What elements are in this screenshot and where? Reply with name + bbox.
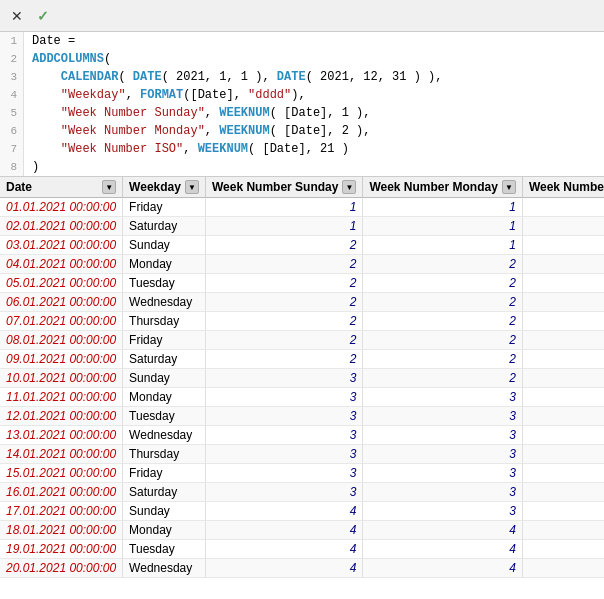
table-cell-11-1: Tuesday — [123, 407, 206, 426]
table-cell-1-2: 1 — [205, 217, 362, 236]
table-row: 09.01.2021 00:00:00Saturday221 — [0, 350, 604, 369]
table-cell-19-3: 4 — [363, 559, 522, 578]
table-cell-16-0: 17.01.2021 00:00:00 — [0, 502, 123, 521]
table-cell-0-4: 53 — [522, 198, 604, 217]
table-cell-13-3: 3 — [363, 445, 522, 464]
table-cell-15-0: 16.01.2021 00:00:00 — [0, 483, 123, 502]
line-number: 7 — [0, 140, 24, 158]
table-cell-1-0: 02.01.2021 00:00:00 — [0, 217, 123, 236]
filter-button-2[interactable]: ▼ — [342, 180, 356, 194]
table-cell-13-2: 3 — [205, 445, 362, 464]
table-cell-11-0: 12.01.2021 00:00:00 — [0, 407, 123, 426]
table-cell-7-1: Friday — [123, 331, 206, 350]
table-cell-9-0: 10.01.2021 00:00:00 — [0, 369, 123, 388]
filter-button-3[interactable]: ▼ — [502, 180, 516, 194]
filter-button-0[interactable]: ▼ — [102, 180, 116, 194]
code-line-6: 6 "Week Number Monday", WEEKNUM( [Date],… — [0, 122, 604, 140]
code-editor[interactable]: 1Date = 2ADDCOLUMNS(3 CALENDAR( DATE( 20… — [0, 32, 604, 177]
table-cell-13-0: 14.01.2021 00:00:00 — [0, 445, 123, 464]
table-cell-8-4: 1 — [522, 350, 604, 369]
code-line-1: 1Date = — [0, 32, 604, 50]
table-row: 19.01.2021 00:00:00Tuesday443 — [0, 540, 604, 559]
table-cell-10-2: 3 — [205, 388, 362, 407]
table-cell-8-1: Saturday — [123, 350, 206, 369]
table-row: 13.01.2021 00:00:00Wednesday332 — [0, 426, 604, 445]
table-cell-6-4: 1 — [522, 312, 604, 331]
table-row: 07.01.2021 00:00:00Thursday221 — [0, 312, 604, 331]
table-cell-4-4: 1 — [522, 274, 604, 293]
table-row: 14.01.2021 00:00:00Thursday332 — [0, 445, 604, 464]
table-cell-0-2: 1 — [205, 198, 362, 217]
table-cell-9-3: 2 — [363, 369, 522, 388]
filter-button-1[interactable]: ▼ — [185, 180, 199, 194]
table-row: 18.01.2021 00:00:00Monday443 — [0, 521, 604, 540]
table-cell-19-4: 3 — [522, 559, 604, 578]
table-cell-3-1: Monday — [123, 255, 206, 274]
table-cell-18-2: 4 — [205, 540, 362, 559]
table-cell-7-3: 2 — [363, 331, 522, 350]
table-cell-15-1: Saturday — [123, 483, 206, 502]
table-cell-1-1: Saturday — [123, 217, 206, 236]
table-cell-14-4: 2 — [522, 464, 604, 483]
table-cell-6-0: 07.01.2021 00:00:00 — [0, 312, 123, 331]
data-table-wrapper: Date▼Weekday▼Week Number Sunday▼Week Num… — [0, 177, 604, 599]
toolbar: ✕ ✓ — [0, 0, 604, 32]
table-row: 10.01.2021 00:00:00Sunday321 — [0, 369, 604, 388]
table-cell-16-4: 2 — [522, 502, 604, 521]
table-cell-5-0: 06.01.2021 00:00:00 — [0, 293, 123, 312]
table-cell-7-0: 08.01.2021 00:00:00 — [0, 331, 123, 350]
code-line-4: 4 "Weekday", FORMAT([Date], "dddd"), — [0, 86, 604, 104]
code-line-8: 8) — [0, 158, 604, 176]
table-cell-0-0: 01.01.2021 00:00:00 — [0, 198, 123, 217]
table-cell-16-2: 4 — [205, 502, 362, 521]
code-line-3: 3 CALENDAR( DATE( 2021, 1, 1 ), DATE( 20… — [0, 68, 604, 86]
table-cell-0-3: 1 — [363, 198, 522, 217]
table-row: 03.01.2021 00:00:00Sunday2153 — [0, 236, 604, 255]
table-row: 06.01.2021 00:00:00Wednesday221 — [0, 293, 604, 312]
table-cell-19-0: 20.01.2021 00:00:00 — [0, 559, 123, 578]
cancel-icon[interactable]: ✕ — [8, 7, 26, 25]
table-row: 20.01.2021 00:00:00Wednesday443 — [0, 559, 604, 578]
table-cell-14-0: 15.01.2021 00:00:00 — [0, 464, 123, 483]
table-row: 17.01.2021 00:00:00Sunday432 — [0, 502, 604, 521]
table-cell-18-4: 3 — [522, 540, 604, 559]
table-cell-17-1: Monday — [123, 521, 206, 540]
line-content: ) — [24, 158, 39, 176]
table-cell-11-4: 2 — [522, 407, 604, 426]
table-cell-3-2: 2 — [205, 255, 362, 274]
table-cell-7-2: 2 — [205, 331, 362, 350]
table-cell-10-3: 3 — [363, 388, 522, 407]
code-line-2: 2ADDCOLUMNS( — [0, 50, 604, 68]
col-header-weekday: Weekday▼ — [123, 177, 206, 198]
table-cell-18-3: 4 — [363, 540, 522, 559]
code-line-7: 7 "Week Number ISO", WEEKNUM( [Date], 21… — [0, 140, 604, 158]
table-cell-18-0: 19.01.2021 00:00:00 — [0, 540, 123, 559]
table-cell-1-3: 1 — [363, 217, 522, 236]
table-cell-12-3: 3 — [363, 426, 522, 445]
table-cell-13-4: 2 — [522, 445, 604, 464]
table-cell-2-0: 03.01.2021 00:00:00 — [0, 236, 123, 255]
confirm-icon[interactable]: ✓ — [34, 7, 52, 25]
line-number: 2 — [0, 50, 24, 68]
table-cell-8-2: 2 — [205, 350, 362, 369]
table-cell-4-0: 05.01.2021 00:00:00 — [0, 274, 123, 293]
line-number: 6 — [0, 122, 24, 140]
line-content: CALENDAR( DATE( 2021, 1, 1 ), DATE( 2021… — [24, 68, 443, 86]
table-cell-4-2: 2 — [205, 274, 362, 293]
table-cell-17-2: 4 — [205, 521, 362, 540]
table-cell-16-1: Sunday — [123, 502, 206, 521]
table-cell-9-2: 3 — [205, 369, 362, 388]
table-cell-0-1: Friday — [123, 198, 206, 217]
table-cell-19-1: Wednesday — [123, 559, 206, 578]
line-content: "Week Number Monday", WEEKNUM( [Date], 2… — [24, 122, 371, 140]
line-number: 5 — [0, 104, 24, 122]
line-number: 8 — [0, 158, 24, 176]
code-line-5: 5 "Week Number Sunday", WEEKNUM( [Date],… — [0, 104, 604, 122]
line-content: Date = — [24, 32, 82, 50]
line-content: "Week Number Sunday", WEEKNUM( [Date], 1… — [24, 104, 371, 122]
table-cell-15-2: 3 — [205, 483, 362, 502]
table-cell-8-3: 2 — [363, 350, 522, 369]
table-cell-9-1: Sunday — [123, 369, 206, 388]
table-cell-5-2: 2 — [205, 293, 362, 312]
line-number: 1 — [0, 32, 24, 50]
